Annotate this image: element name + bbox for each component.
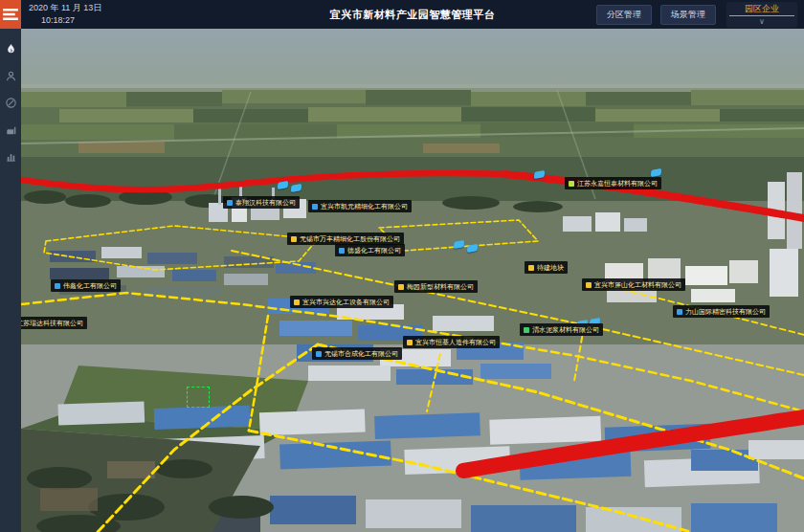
map-label[interactable]: 宜兴市凯元精细化工有限公司: [308, 200, 412, 212]
company-icon: [586, 282, 592, 288]
map-label[interactable]: 力山国际精密科技有限公司: [673, 305, 770, 318]
company-name: 力山国际精密科技有限公司: [685, 306, 766, 317]
company-name: 宜兴市兴达化工设备有限公司: [302, 297, 390, 307]
company-icon: [528, 265, 534, 271]
map-viewport[interactable]: 泰翔汉科技有限公司宜兴市凯元精细化工有限公司无锡市万丰精细化工股份有限公司德盛化…: [21, 29, 804, 532]
company-name: 江苏永嘉恒泰材料有限公司: [577, 178, 658, 188]
company-name: 无锡市合成化工有限公司: [324, 348, 398, 359]
zone-manage-button[interactable]: 分区管理: [596, 5, 652, 25]
company-name: 清水泥浆材料有限公司: [532, 324, 599, 335]
map-label[interactable]: 清水泥浆材料有限公司: [520, 323, 603, 336]
factory-icon: [5, 123, 17, 136]
time-label: 10:18:27: [41, 14, 101, 27]
map-label[interactable]: 宜兴市屏山化工材料有限公司: [582, 278, 685, 291]
company-name: 江苏瑞达科技有限公司: [21, 318, 83, 328]
map-label[interactable]: 伟鑫化工有限公司: [51, 279, 121, 292]
menu-icon: [0, 4, 21, 25]
flame-icon: [5, 43, 17, 55]
sidebar-item-personnel[interactable]: [0, 62, 21, 89]
map-label[interactable]: 宜兴市兴达化工设备有限公司: [290, 296, 393, 308]
company-icon: [291, 236, 297, 242]
company-icon: [339, 248, 345, 254]
bar-chart-icon: [5, 150, 17, 163]
header-buttons: 分区管理 场景管理: [596, 5, 716, 25]
company-icon: [55, 283, 60, 289]
map-label[interactable]: 梅园新型材料有限公司: [394, 280, 478, 293]
company-name: 宜兴市凯元精细化工有限公司: [321, 201, 408, 211]
map-label[interactable]: 江苏瑞达科技有限公司: [21, 317, 87, 329]
company-icon: [398, 284, 404, 290]
sidebar-item-enterprise[interactable]: [0, 116, 21, 143]
company-icon: [316, 351, 322, 357]
map-label[interactable]: 宜兴市恒基人造件有限公司: [403, 336, 500, 348]
chevron-down-icon: [726, 17, 797, 28]
datetime-block: 2020 年 11 月 13日 10:18:27: [29, 2, 101, 27]
company-icon: [524, 327, 529, 333]
selection-box: [187, 387, 210, 408]
map-label[interactable]: 江苏永嘉恒泰材料有限公司: [565, 177, 661, 189]
app-window: 2020 年 11 月 13日 10:18:27 宜兴市新材料产业园智慧管理平台…: [0, 0, 804, 532]
scene-manage-button[interactable]: 场景管理: [660, 5, 716, 25]
company-name: 德盛化工有限公司: [347, 245, 401, 255]
company-name: 宜兴市恒基人造件有限公司: [415, 337, 496, 347]
map-label[interactable]: 无锡市合成化工有限公司: [312, 347, 402, 360]
map-label[interactable]: 德盛化工有限公司: [335, 244, 405, 256]
user-icon: [5, 70, 17, 82]
company-name: 无锡市万丰精细化工股份有限公司: [300, 233, 400, 244]
dropdown-label: 园区企业: [726, 3, 797, 14]
company-icon: [294, 299, 300, 305]
company-name: 宜兴市屏山化工材料有限公司: [594, 279, 681, 290]
company-icon: [407, 340, 413, 345]
company-icon: [677, 309, 682, 315]
map-label[interactable]: 泰翔汉科技有限公司: [223, 196, 300, 209]
company-icon: [569, 181, 574, 187]
gauge-icon: [5, 97, 17, 109]
company-icon: [312, 204, 318, 210]
company-name: 伟鑫化工有限公司: [63, 280, 117, 291]
company-name: 泰翔汉科技有限公司: [235, 197, 296, 208]
company-name: 梅园新型材料有限公司: [407, 281, 474, 292]
sidebar-item-monitor[interactable]: [0, 89, 21, 116]
sidebar-item-statistics[interactable]: [0, 143, 21, 169]
sidebar: [0, 29, 21, 532]
date-label: 2020 年 11 月 13日: [29, 2, 101, 14]
park-enterprise-dropdown[interactable]: 园区企业: [726, 2, 797, 28]
sidebar-item-fire[interactable]: [0, 35, 21, 62]
company-icon: [227, 200, 233, 206]
map-label[interactable]: 待建地块: [525, 261, 568, 274]
company-name: 待建地块: [537, 262, 564, 273]
dropdown-divider: [729, 15, 794, 16]
menu-button[interactable]: [0, 0, 21, 29]
